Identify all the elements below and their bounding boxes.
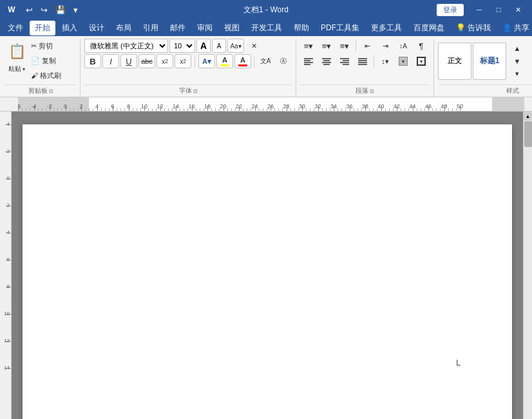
ruler-tick-minor (215, 108, 216, 111)
sort-button[interactable]: ↕A (395, 39, 412, 53)
style-panel-button[interactable]: Ā 样式 (527, 41, 532, 81)
menu-more-tools[interactable]: 更多工具 (366, 21, 407, 35)
show-marks-button[interactable]: ¶ (413, 39, 430, 53)
ruler-tick-minor (259, 108, 260, 111)
scroll-up-button[interactable]: ▲ (524, 112, 533, 121)
ruler-tick-minor (85, 108, 86, 111)
align-center-button[interactable] (318, 54, 335, 68)
cut-button[interactable]: ✂ 剪切 (31, 39, 76, 53)
enclosed-chars-button[interactable]: Ⓐ (275, 54, 292, 68)
font-expand-icon[interactable]: ⊡ (193, 88, 198, 94)
login-button[interactable]: 登录 (437, 4, 464, 16)
superscript-button[interactable]: x2 (175, 54, 191, 68)
menu-view[interactable]: 视图 (219, 21, 245, 35)
expand-icon[interactable]: ⊡ (49, 88, 53, 94)
menu-references[interactable]: 引用 (138, 21, 164, 35)
v-ruler-label: 0 (7, 175, 10, 181)
italic-button[interactable]: I (102, 54, 119, 68)
ruler-tick-minor (247, 108, 247, 111)
document-area[interactable]: └ (12, 112, 523, 419)
line-spacing-button[interactable]: ↕▾ (377, 54, 394, 68)
menu-layout[interactable]: 布局 (111, 21, 137, 35)
ruler-tick-minor (30, 108, 30, 111)
scroll-thumb[interactable] (524, 121, 532, 147)
ruler-mark-label: 46 (425, 103, 432, 110)
decrease-indent-button[interactable]: ⇤ (359, 39, 375, 53)
align-right-button[interactable] (336, 54, 353, 68)
cut-icon: ✂ (31, 42, 37, 50)
para-expand-icon[interactable]: ⊡ (370, 88, 374, 94)
increase-font-size-button[interactable]: A (196, 39, 211, 53)
save-quick-button[interactable]: 💾 (53, 4, 68, 16)
menu-file[interactable]: 文件 (3, 21, 28, 35)
clear-format-button[interactable]: ✕ (245, 39, 262, 53)
ruler-tick-minor (101, 108, 102, 111)
menu-help[interactable]: 帮助 (289, 21, 314, 35)
align-left-button[interactable] (300, 54, 317, 68)
restore-button[interactable]: □ (489, 3, 508, 17)
document-title: 文档1 - Word (243, 5, 289, 15)
minimize-button[interactable]: ─ (470, 3, 488, 17)
menu-home[interactable]: 开始 (30, 21, 55, 35)
subscript-button[interactable]: x2 (157, 54, 173, 68)
share-button[interactable]: 👤 共享 (502, 23, 529, 34)
shading-button[interactable]: ▾ (395, 54, 412, 68)
font-color-button[interactable]: A (234, 54, 251, 68)
change-case-button[interactable]: Aa▾ (227, 39, 244, 53)
vertical-scrollbar[interactable]: ▲ ▼ (523, 112, 532, 419)
format-painter-button[interactable]: 🖌 格式刷 (31, 68, 76, 83)
strikethrough-button[interactable]: abc (138, 54, 155, 68)
text-cursor: └ (454, 360, 461, 369)
ruler-tick-minor (310, 108, 310, 111)
ruler-mark-label: 20 (220, 103, 226, 110)
ruler-tick-minor (404, 108, 405, 111)
ruler-tick-minor (133, 108, 133, 111)
phonetic-guide-button[interactable]: 文A (257, 54, 274, 68)
menu-mailings[interactable]: 邮件 (165, 21, 191, 35)
menu-design[interactable]: 设计 (84, 21, 109, 35)
decrease-font-size-button[interactable]: A (212, 39, 226, 53)
redo-button[interactable]: ↪ (38, 4, 50, 16)
multilevel-list-button[interactable]: ≡▾ (336, 39, 353, 53)
ruler-tick-minor (42, 108, 43, 111)
style-scroll-down[interactable]: ▼ (509, 55, 526, 67)
doc-middle: -4-202468101214 └ ▲ ▼ (0, 112, 532, 419)
lightbulb-icon: 💡 (456, 23, 466, 32)
menu-baidu[interactable]: 百度网盘 (408, 21, 450, 35)
style-group-label: 样式 (438, 84, 532, 97)
ruler-tick-minor (26, 108, 26, 111)
font-size-select[interactable]: 10 (169, 39, 195, 53)
ruler-tick-minor (70, 108, 70, 111)
clipboard-group-label: 剪贴板 ⊡ (5, 84, 76, 97)
para-row-2: ↕▾ ▾ ▾ (300, 54, 430, 68)
font-name-select[interactable]: 微软雅黑 (中文正文) (84, 39, 168, 53)
menu-pdf[interactable]: PDF工具集 (316, 21, 365, 35)
scroll-track[interactable] (524, 121, 533, 419)
menu-tell-me[interactable]: 💡告诉我 (451, 21, 496, 35)
menu-review[interactable]: 审阅 (192, 21, 218, 35)
bullets-button[interactable]: ≡▾ (300, 39, 317, 53)
paste-button[interactable]: 📋 (5, 39, 28, 64)
document-page[interactable]: └ (23, 124, 512, 419)
ruler-tick-minor (278, 108, 279, 111)
style-scroll-up[interactable]: ▲ (509, 43, 526, 54)
menu-insert[interactable]: 插入 (57, 21, 82, 35)
underline-button[interactable]: U (120, 54, 137, 68)
undo-button[interactable]: ↩ (23, 4, 35, 16)
menu-developer[interactable]: 开发工具 (246, 21, 287, 35)
bold-button[interactable]: B (84, 54, 101, 68)
style-heading1-box[interactable]: 标题1 (473, 43, 506, 80)
increase-indent-button[interactable]: ⇥ (377, 39, 394, 53)
justify-button[interactable] (354, 54, 371, 68)
copy-button[interactable]: 📄 复制 (31, 54, 76, 68)
numbering-button[interactable]: ≡▾ (318, 39, 335, 53)
style-normal-box[interactable]: 正文 (438, 43, 471, 80)
close-button[interactable]: ✕ (509, 3, 527, 17)
ruler-tick-minor (231, 108, 232, 111)
customize-quick-access-button[interactable]: ▾ (71, 4, 81, 16)
border-button[interactable]: ▾ (413, 54, 430, 68)
ruler-tick-minor (196, 108, 196, 111)
highlight-color-button[interactable]: A (216, 54, 233, 68)
style-more[interactable]: ▾ (509, 68, 526, 80)
text-effects-button[interactable]: A▾ (198, 54, 215, 68)
